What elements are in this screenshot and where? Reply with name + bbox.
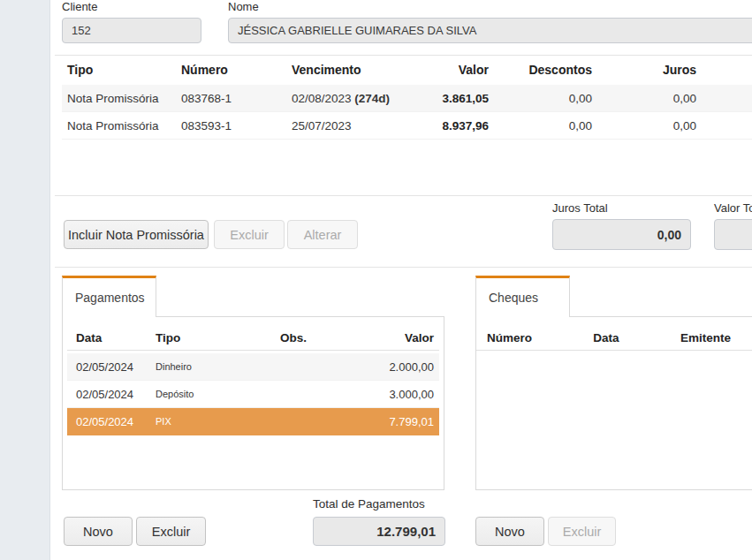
client-name-field[interactable]: JÉSSICA GABRIELLE GUIMARAES DA SILVA [228,18,752,43]
cell-valor: 2.000,00 [345,360,434,374]
col-tipo: Tipo [156,331,242,344]
payments-table-body: 02/05/2024Dinheiro2.000,0002/05/2024Depó… [67,353,439,435]
col-data: Data [566,331,646,344]
cell-data: 02/05/2024 [76,388,156,401]
incluir-nota-button[interactable]: Incluir Nota Promissória [64,220,209,249]
juros-total-value: 0,00 [657,228,681,242]
cell-vencimento: 02/08/2023 (274d) [292,92,406,105]
total-pagamentos-label: Total de Pagamentos [313,497,425,511]
tab-pagamentos-label: Pagamentos [75,291,145,305]
cell-data: 02/05/2024 [76,360,156,374]
tab-pagamentos[interactable]: Pagamentos [62,276,156,317]
notes-table-row[interactable]: Nota Promissória083768-102/08/2023 (274d… [62,85,752,112]
col-descontos: Descontos [489,63,592,77]
cheques-table-header: Número Data Emitente [476,326,752,351]
col-numero: Número [487,331,566,344]
juros-total-label: Juros Total [552,201,608,215]
cell-tipo: Dinheiro [156,361,242,372]
excluir-cheque-button[interactable]: Excluir [548,517,616,546]
col-juros: Juros [592,63,696,77]
cell-tipo: Nota Promissória [67,92,181,105]
col-valor: Valor [406,63,489,77]
cell-descontos: 0,00 [489,92,592,105]
total-pagamentos-value: 12.799,01 [376,524,436,539]
cell-valor: 3.861,05 [406,92,489,105]
col-numero: Número [181,63,292,77]
cell-valor: 8.937,96 [406,119,489,132]
col-vencimento: Vencimento [292,63,406,77]
notes-table-header: Tipo Número Vencimento Valor Descontos J… [62,56,752,84]
cell-vencimento: 25/07/2023 [292,119,406,132]
client-name-value: JÉSSICA GABRIELLE GUIMARAES DA SILVA [238,24,476,37]
cell-tipo: PIX [156,416,242,427]
col-obs: Obs. [242,331,345,344]
name-label: Nome [228,0,259,13]
alterar-nota-button[interactable]: Alterar [287,220,358,249]
left-sidebar-strip [0,0,50,560]
cell-data: 02/05/2024 [76,415,156,428]
excluir-pagamento-button[interactable]: Excluir [136,517,206,546]
payment-row[interactable]: 02/05/2024PIX7.799,01 [67,408,439,435]
payments-table-header: Data Tipo Obs. Valor [67,326,439,351]
valor-total-field[interactable] [714,219,752,250]
tab-cheques-label: Cheques [489,291,538,305]
cell-juros: 0,00 [592,92,696,105]
cell-numero: 083593-1 [181,119,292,132]
payments-panel: Data Tipo Obs. Valor 02/05/2024Dinheiro2… [62,316,444,490]
cell-tipo: Nota Promissória [67,119,181,132]
novo-pagamento-button[interactable]: Novo [64,517,133,546]
payment-row[interactable]: 02/05/2024Dinheiro2.000,00 [67,353,439,381]
col-emitente: Emitente [646,331,752,344]
juros-total-field[interactable]: 0,00 [552,219,691,250]
cell-valor: 7.799,01 [345,415,434,428]
cell-tipo: Depósito [156,389,242,399]
col-tipo: Tipo [67,63,181,77]
excluir-nota-button[interactable]: Excluir [214,220,285,249]
cell-valor: 3.000,00 [345,388,434,401]
total-pagamentos-field[interactable]: 12.799,01 [313,517,445,546]
cell-descontos: 0,00 [489,119,592,132]
client-notes-window: Cliente 152 Nome JÉSSICA GABRIELLE GUIMA… [0,0,752,560]
col-valor: Valor [345,331,434,344]
tab-cheques[interactable]: Cheques [475,276,570,317]
valor-total-label: Valor Total [714,201,752,215]
client-code-field[interactable]: 152 [62,18,201,43]
payment-row[interactable]: 02/05/2024Depósito3.000,00 [67,381,439,408]
notes-table-body: Nota Promissória083768-102/08/2023 (274d… [62,85,752,140]
cell-juros: 0,00 [592,119,696,132]
days-overdue-badge: (274d) [354,92,390,105]
notes-table-row[interactable]: Nota Promissória083593-125/07/20238.937,… [62,112,752,140]
separator [55,267,752,268]
client-label: Cliente [62,0,97,13]
cell-numero: 083768-1 [181,92,292,105]
separator [55,195,752,196]
cheques-panel: Número Data Emitente [475,316,752,490]
col-data: Data [76,331,156,344]
novo-cheque-button[interactable]: Novo [475,517,544,546]
client-code-value: 152 [72,24,91,37]
